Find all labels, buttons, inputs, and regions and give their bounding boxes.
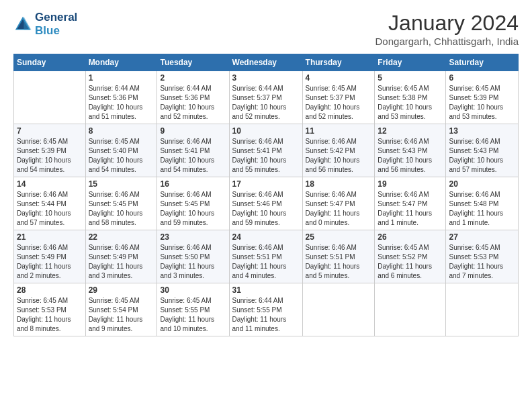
calendar-cell: 15Sunrise: 6:46 AM Sunset: 5:45 PM Dayli… xyxy=(85,177,157,230)
day-info: Sunrise: 6:46 AM Sunset: 5:45 PM Dayligh… xyxy=(160,190,226,228)
logo-text-line2: Blue xyxy=(35,24,77,38)
day-number: 19 xyxy=(378,179,443,189)
day-info: Sunrise: 6:46 AM Sunset: 5:51 PM Dayligh… xyxy=(306,243,372,281)
day-info: Sunrise: 6:45 AM Sunset: 5:40 PM Dayligh… xyxy=(89,137,154,175)
day-info: Sunrise: 6:46 AM Sunset: 5:47 PM Dayligh… xyxy=(378,190,443,228)
calendar-cell: 20Sunrise: 6:46 AM Sunset: 5:48 PM Dayli… xyxy=(446,177,519,230)
col-header-monday: Monday xyxy=(85,54,157,71)
calendar-cell: 8Sunrise: 6:45 AM Sunset: 5:40 PM Daylig… xyxy=(85,124,157,177)
calendar-cell: 25Sunrise: 6:46 AM Sunset: 5:51 PM Dayli… xyxy=(302,230,375,283)
calendar-cell: 14Sunrise: 6:46 AM Sunset: 5:44 PM Dayli… xyxy=(14,177,86,230)
day-info: Sunrise: 6:44 AM Sunset: 5:36 PM Dayligh… xyxy=(89,84,154,122)
calendar-cell: 17Sunrise: 6:46 AM Sunset: 5:46 PM Dayli… xyxy=(229,177,302,230)
calendar-cell: 18Sunrise: 6:46 AM Sunset: 5:47 PM Dayli… xyxy=(302,177,375,230)
calendar-cell: 26Sunrise: 6:45 AM Sunset: 5:52 PM Dayli… xyxy=(375,230,446,283)
day-info: Sunrise: 6:45 AM Sunset: 5:53 PM Dayligh… xyxy=(449,243,515,281)
day-info: Sunrise: 6:46 AM Sunset: 5:41 PM Dayligh… xyxy=(160,137,226,175)
col-header-friday: Friday xyxy=(375,54,446,71)
day-number: 15 xyxy=(89,179,154,189)
day-number: 23 xyxy=(160,232,226,242)
calendar-cell: 31Sunrise: 6:44 AM Sunset: 5:55 PM Dayli… xyxy=(229,283,302,336)
day-number: 24 xyxy=(232,232,300,242)
day-info: Sunrise: 6:46 AM Sunset: 5:43 PM Dayligh… xyxy=(449,137,515,175)
day-number: 1 xyxy=(89,73,154,83)
day-number: 10 xyxy=(232,126,300,136)
day-info: Sunrise: 6:46 AM Sunset: 5:43 PM Dayligh… xyxy=(378,137,443,175)
day-number: 8 xyxy=(89,126,154,136)
day-info: Sunrise: 6:46 AM Sunset: 5:47 PM Dayligh… xyxy=(306,190,372,228)
calendar-cell: 9Sunrise: 6:46 AM Sunset: 5:41 PM Daylig… xyxy=(157,124,229,177)
day-info: Sunrise: 6:45 AM Sunset: 5:38 PM Dayligh… xyxy=(378,84,443,122)
day-number: 26 xyxy=(378,232,443,242)
day-info: Sunrise: 6:46 AM Sunset: 5:45 PM Dayligh… xyxy=(89,190,154,228)
day-number: 14 xyxy=(17,179,83,189)
day-number: 20 xyxy=(449,179,515,189)
day-number: 12 xyxy=(378,126,443,136)
day-number: 13 xyxy=(449,126,515,136)
calendar-cell: 30Sunrise: 6:45 AM Sunset: 5:55 PM Dayli… xyxy=(157,283,229,336)
logo-text-line1: General xyxy=(35,11,77,24)
day-info: Sunrise: 6:46 AM Sunset: 5:48 PM Dayligh… xyxy=(449,190,515,228)
day-info: Sunrise: 6:46 AM Sunset: 5:42 PM Dayligh… xyxy=(306,137,372,175)
day-info: Sunrise: 6:46 AM Sunset: 5:41 PM Dayligh… xyxy=(232,137,300,175)
calendar-cell: 21Sunrise: 6:46 AM Sunset: 5:49 PM Dayli… xyxy=(14,230,86,283)
calendar-cell: 23Sunrise: 6:46 AM Sunset: 5:50 PM Dayli… xyxy=(157,230,229,283)
day-number: 29 xyxy=(89,285,154,295)
calendar-cell xyxy=(375,283,446,336)
day-number: 7 xyxy=(17,126,83,136)
calendar-cell: 28Sunrise: 6:45 AM Sunset: 5:53 PM Dayli… xyxy=(14,283,86,336)
day-number: 31 xyxy=(232,285,300,295)
day-info: Sunrise: 6:46 AM Sunset: 5:44 PM Dayligh… xyxy=(17,190,83,228)
calendar-cell: 7Sunrise: 6:45 AM Sunset: 5:39 PM Daylig… xyxy=(14,124,86,177)
day-info: Sunrise: 6:45 AM Sunset: 5:54 PM Dayligh… xyxy=(89,296,154,334)
title-block: January 2024 Dongargarh, Chhattisgarh, I… xyxy=(375,11,519,47)
day-info: Sunrise: 6:45 AM Sunset: 5:52 PM Dayligh… xyxy=(378,243,443,281)
month-title: January 2024 xyxy=(375,11,519,36)
day-number: 16 xyxy=(160,179,226,189)
day-number: 2 xyxy=(160,73,226,83)
calendar-cell: 3Sunrise: 6:44 AM Sunset: 5:37 PM Daylig… xyxy=(229,71,302,124)
logo-icon xyxy=(13,15,32,34)
day-number: 3 xyxy=(232,73,300,83)
calendar-cell: 2Sunrise: 6:44 AM Sunset: 5:36 PM Daylig… xyxy=(157,71,229,124)
day-info: Sunrise: 6:44 AM Sunset: 5:37 PM Dayligh… xyxy=(232,84,300,122)
calendar-cell: 4Sunrise: 6:45 AM Sunset: 5:37 PM Daylig… xyxy=(302,71,375,124)
day-number: 11 xyxy=(306,126,372,136)
day-number: 30 xyxy=(160,285,226,295)
col-header-sunday: Sunday xyxy=(14,54,86,71)
calendar-cell: 10Sunrise: 6:46 AM Sunset: 5:41 PM Dayli… xyxy=(229,124,302,177)
day-info: Sunrise: 6:44 AM Sunset: 5:36 PM Dayligh… xyxy=(160,84,226,122)
calendar-cell xyxy=(446,283,519,336)
day-number: 9 xyxy=(160,126,226,136)
col-header-wednesday: Wednesday xyxy=(229,54,302,71)
day-number: 28 xyxy=(17,285,83,295)
day-info: Sunrise: 6:45 AM Sunset: 5:39 PM Dayligh… xyxy=(17,137,83,175)
day-info: Sunrise: 6:46 AM Sunset: 5:51 PM Dayligh… xyxy=(232,243,300,281)
day-info: Sunrise: 6:45 AM Sunset: 5:37 PM Dayligh… xyxy=(306,84,372,122)
day-info: Sunrise: 6:46 AM Sunset: 5:46 PM Dayligh… xyxy=(232,190,300,228)
calendar-cell xyxy=(14,71,86,124)
calendar-cell xyxy=(302,283,375,336)
day-number: 17 xyxy=(232,179,300,189)
calendar-table: SundayMondayTuesdayWednesdayThursdayFrid… xyxy=(13,54,519,336)
location: Dongargarh, Chhattisgarh, India xyxy=(375,36,519,47)
day-info: Sunrise: 6:46 AM Sunset: 5:50 PM Dayligh… xyxy=(160,243,226,281)
logo: General Blue xyxy=(13,11,77,37)
day-number: 25 xyxy=(306,232,372,242)
day-number: 27 xyxy=(449,232,515,242)
day-info: Sunrise: 6:46 AM Sunset: 5:49 PM Dayligh… xyxy=(17,243,83,281)
calendar-header-row: SundayMondayTuesdayWednesdayThursdayFrid… xyxy=(14,54,519,71)
calendar-cell: 13Sunrise: 6:46 AM Sunset: 5:43 PM Dayli… xyxy=(446,124,519,177)
day-number: 4 xyxy=(306,73,372,83)
calendar-cell: 5Sunrise: 6:45 AM Sunset: 5:38 PM Daylig… xyxy=(375,71,446,124)
calendar-cell: 11Sunrise: 6:46 AM Sunset: 5:42 PM Dayli… xyxy=(302,124,375,177)
header: General Blue January 2024 Dongargarh, Ch… xyxy=(13,11,519,47)
calendar-cell: 6Sunrise: 6:45 AM Sunset: 5:39 PM Daylig… xyxy=(446,71,519,124)
day-info: Sunrise: 6:45 AM Sunset: 5:39 PM Dayligh… xyxy=(449,84,515,122)
col-header-tuesday: Tuesday xyxy=(157,54,229,71)
day-number: 21 xyxy=(17,232,83,242)
day-number: 22 xyxy=(89,232,154,242)
day-info: Sunrise: 6:46 AM Sunset: 5:49 PM Dayligh… xyxy=(89,243,154,281)
calendar-cell: 27Sunrise: 6:45 AM Sunset: 5:53 PM Dayli… xyxy=(446,230,519,283)
col-header-saturday: Saturday xyxy=(446,54,519,71)
